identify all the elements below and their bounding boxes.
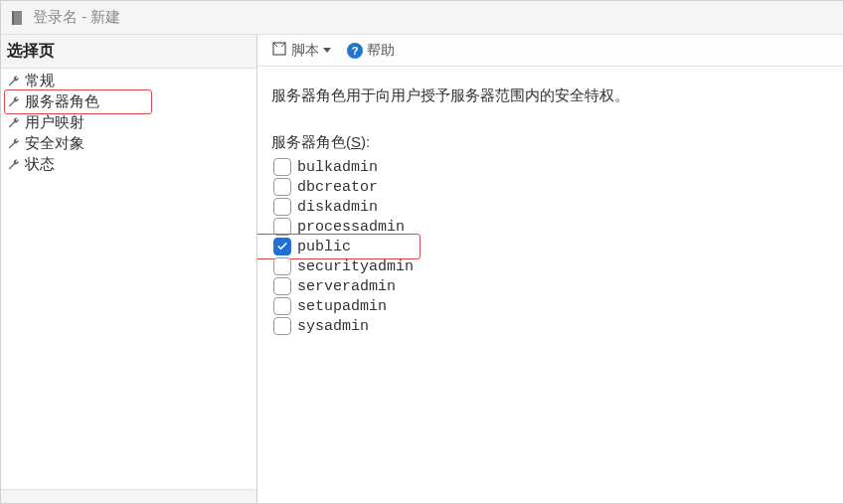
database-icon [9,10,25,26]
toolbar: 脚本 ? 帮助 [257,35,843,67]
role-row-processadmin[interactable]: processadmin [271,218,829,236]
role-row-sysadmin[interactable]: sysadmin [271,317,829,335]
sidebar-item-label: 常规 [25,72,55,90]
wrench-icon [7,158,21,172]
roles-list: bulkadmin dbcreator diskadmin [271,158,829,335]
role-name: securityadmin [297,258,414,275]
script-button[interactable]: 脚本 [267,39,335,62]
wrench-icon [7,95,21,109]
role-row-diskadmin[interactable]: diskadmin [271,198,829,216]
role-name: serveradmin [297,278,396,295]
window: 登录名 - 新建 选择页 常规 服务器角色 [0,0,844,504]
sidebar-header: 选择页 [1,35,256,69]
sidebar-item-label: 服务器角色 [25,92,99,111]
sidebar-item-label: 状态 [25,155,55,174]
role-row-setupadmin[interactable]: setupadmin [271,297,829,315]
window-title: 登录名 - 新建 [33,8,120,27]
chevron-down-icon [323,48,331,53]
role-name: sysadmin [297,318,369,335]
checkbox[interactable] [273,257,291,275]
checkbox[interactable] [273,317,291,335]
roles-label: 服务器角色(S): [271,133,829,152]
role-name: dbcreator [297,179,378,196]
sidebar-item-label: 用户映射 [25,113,84,132]
sidebar-item-user-mapping[interactable]: 用户映射 [1,112,256,133]
sidebar-item-securables[interactable]: 安全对象 [1,133,256,154]
sidebar-list: 常规 服务器角色 用户映射 [1,69,256,489]
checkbox[interactable] [273,277,291,295]
main: 脚本 ? 帮助 服务器角色用于向用户授予服务器范围内的安全特权。 服务器角色(S… [257,35,843,503]
role-name: bulkadmin [297,159,378,176]
content: 服务器角色用于向用户授予服务器范围内的安全特权。 服务器角色(S): bulka… [257,67,843,503]
sidebar-footer [1,489,256,503]
titlebar: 登录名 - 新建 [1,1,843,35]
role-row-dbcreator[interactable]: dbcreator [271,178,829,196]
description-text: 服务器角色用于向用户授予服务器范围内的安全特权。 [271,86,829,105]
sidebar-item-label: 安全对象 [25,134,84,153]
checkbox[interactable] [273,198,291,216]
role-name: diskadmin [297,199,378,216]
sidebar-item-server-roles[interactable]: 服务器角色 [1,91,256,112]
wrench-icon [7,75,21,88]
checkbox[interactable] [273,218,291,236]
help-button[interactable]: ? 帮助 [343,40,399,62]
checkbox[interactable] [273,178,291,196]
wrench-icon [7,116,21,130]
roles-label-suffix: ): [361,133,370,150]
roles-label-hotkey: S [351,133,361,150]
sidebar-item-status[interactable]: 状态 [1,154,256,175]
svg-rect-1 [14,11,22,25]
checkbox[interactable] [273,238,291,255]
script-label: 脚本 [291,42,319,60]
help-icon: ? [347,43,363,59]
role-name: setupadmin [297,298,387,315]
wrench-icon [7,137,21,151]
body: 选择页 常规 服务器角色 [1,35,843,503]
role-row-securityadmin[interactable]: securityadmin [271,257,829,275]
role-row-bulkadmin[interactable]: bulkadmin [271,158,829,176]
help-label: 帮助 [367,42,395,60]
checkbox[interactable] [273,158,291,176]
sidebar: 选择页 常规 服务器角色 [1,35,257,503]
role-row-serveradmin[interactable]: serveradmin [271,277,829,295]
script-icon [271,41,287,60]
sidebar-item-general[interactable]: 常规 [1,71,256,91]
checkbox[interactable] [273,297,291,315]
role-row-public[interactable]: public [271,238,829,255]
roles-label-prefix: 服务器角色( [271,133,351,150]
role-name: public [297,239,351,255]
role-name: processadmin [297,219,405,236]
